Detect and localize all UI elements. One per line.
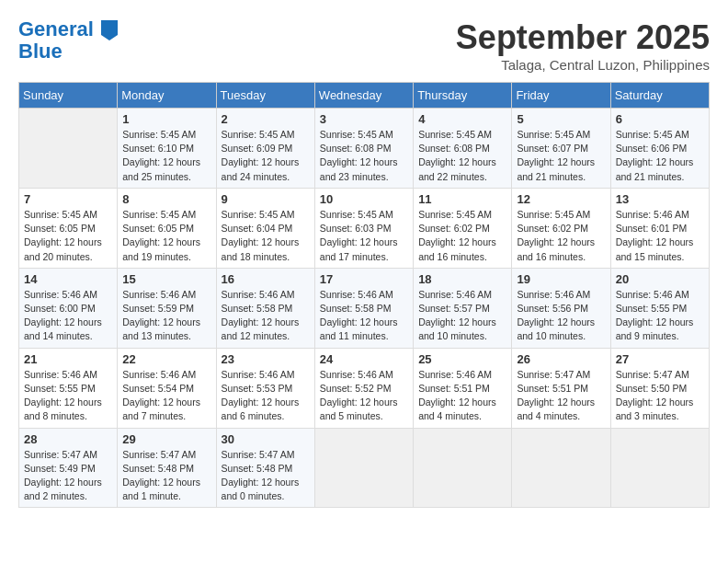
day-info: Sunrise: 5:47 AM Sunset: 5:50 PM Dayligh… xyxy=(616,368,704,424)
day-number: 12 xyxy=(517,192,605,206)
day-info: Sunrise: 5:45 AM Sunset: 6:04 PM Dayligh… xyxy=(222,208,310,264)
day-number: 22 xyxy=(122,352,210,366)
day-info: Sunrise: 5:45 AM Sunset: 6:08 PM Dayligh… xyxy=(418,128,506,184)
weekday-header-row: SundayMondayTuesdayWednesdayThursdayFrid… xyxy=(19,83,710,109)
day-info: Sunrise: 5:45 AM Sunset: 6:02 PM Dayligh… xyxy=(517,208,605,264)
location: Talaga, Central Luzon, Philippines xyxy=(456,57,710,73)
logo-icon xyxy=(101,20,118,40)
calendar-cell: 3Sunrise: 5:45 AM Sunset: 6:08 PM Daylig… xyxy=(314,109,413,189)
calendar-week-row: 28Sunrise: 5:47 AM Sunset: 5:49 PM Dayli… xyxy=(19,428,710,508)
calendar-cell: 7Sunrise: 5:45 AM Sunset: 6:05 PM Daylig… xyxy=(19,188,118,268)
calendar-cell xyxy=(512,428,610,508)
day-number: 10 xyxy=(320,192,408,206)
day-info: Sunrise: 5:45 AM Sunset: 6:06 PM Dayligh… xyxy=(616,128,704,184)
day-info: Sunrise: 5:46 AM Sunset: 5:53 PM Dayligh… xyxy=(222,368,310,424)
calendar-cell: 1Sunrise: 5:45 AM Sunset: 6:10 PM Daylig… xyxy=(118,109,216,189)
day-number: 21 xyxy=(24,352,112,366)
weekday-header-monday: Monday xyxy=(118,83,216,109)
logo-general: General xyxy=(18,17,94,40)
calendar-cell: 6Sunrise: 5:45 AM Sunset: 6:06 PM Daylig… xyxy=(610,109,709,189)
calendar-table: SundayMondayTuesdayWednesdayThursdayFrid… xyxy=(18,82,710,508)
day-info: Sunrise: 5:45 AM Sunset: 6:10 PM Dayligh… xyxy=(122,128,210,184)
day-number: 29 xyxy=(122,432,210,446)
day-info: Sunrise: 5:46 AM Sunset: 5:52 PM Dayligh… xyxy=(320,368,408,424)
day-info: Sunrise: 5:46 AM Sunset: 5:54 PM Dayligh… xyxy=(122,368,210,424)
day-info: Sunrise: 5:46 AM Sunset: 5:55 PM Dayligh… xyxy=(616,288,704,344)
calendar-cell: 11Sunrise: 5:45 AM Sunset: 6:02 PM Dayli… xyxy=(414,188,512,268)
calendar-cell: 5Sunrise: 5:45 AM Sunset: 6:07 PM Daylig… xyxy=(512,109,610,189)
logo-blue: Blue xyxy=(18,40,63,63)
day-info: Sunrise: 5:46 AM Sunset: 5:58 PM Dayligh… xyxy=(222,288,310,344)
calendar-cell: 27Sunrise: 5:47 AM Sunset: 5:50 PM Dayli… xyxy=(610,348,709,428)
day-number: 3 xyxy=(320,112,408,126)
day-info: Sunrise: 5:45 AM Sunset: 6:09 PM Dayligh… xyxy=(222,128,310,184)
calendar-cell: 19Sunrise: 5:46 AM Sunset: 5:56 PM Dayli… xyxy=(512,268,610,348)
day-number: 1 xyxy=(122,112,210,126)
day-number: 17 xyxy=(320,272,408,286)
calendar-cell: 14Sunrise: 5:46 AM Sunset: 6:00 PM Dayli… xyxy=(19,268,118,348)
calendar-week-row: 1Sunrise: 5:45 AM Sunset: 6:10 PM Daylig… xyxy=(19,109,710,189)
day-number: 24 xyxy=(320,352,408,366)
day-number: 13 xyxy=(616,192,704,206)
calendar-cell: 2Sunrise: 5:45 AM Sunset: 6:09 PM Daylig… xyxy=(216,109,314,189)
calendar-cell: 29Sunrise: 5:47 AM Sunset: 5:48 PM Dayli… xyxy=(118,428,216,508)
calendar-cell: 10Sunrise: 5:45 AM Sunset: 6:03 PM Dayli… xyxy=(314,188,413,268)
day-info: Sunrise: 5:45 AM Sunset: 6:08 PM Dayligh… xyxy=(320,128,408,184)
calendar-cell: 12Sunrise: 5:45 AM Sunset: 6:02 PM Dayli… xyxy=(512,188,610,268)
day-number: 16 xyxy=(222,272,310,286)
day-info: Sunrise: 5:46 AM Sunset: 5:58 PM Dayligh… xyxy=(320,288,408,344)
day-number: 5 xyxy=(517,112,605,126)
day-info: Sunrise: 5:46 AM Sunset: 5:57 PM Dayligh… xyxy=(418,288,506,344)
day-number: 28 xyxy=(24,432,112,446)
calendar-cell: 17Sunrise: 5:46 AM Sunset: 5:58 PM Dayli… xyxy=(314,268,413,348)
day-info: Sunrise: 5:46 AM Sunset: 5:55 PM Dayligh… xyxy=(24,368,112,424)
day-number: 9 xyxy=(222,192,310,206)
calendar-week-row: 21Sunrise: 5:46 AM Sunset: 5:55 PM Dayli… xyxy=(19,348,710,428)
calendar-cell: 22Sunrise: 5:46 AM Sunset: 5:54 PM Dayli… xyxy=(118,348,216,428)
day-info: Sunrise: 5:46 AM Sunset: 5:59 PM Dayligh… xyxy=(122,288,210,344)
calendar-cell xyxy=(19,109,118,189)
calendar-cell: 4Sunrise: 5:45 AM Sunset: 6:08 PM Daylig… xyxy=(414,109,512,189)
day-number: 20 xyxy=(616,272,704,286)
day-info: Sunrise: 5:46 AM Sunset: 5:56 PM Dayligh… xyxy=(517,288,605,344)
day-number: 19 xyxy=(517,272,605,286)
day-number: 26 xyxy=(517,352,605,366)
calendar-cell: 26Sunrise: 5:47 AM Sunset: 5:51 PM Dayli… xyxy=(512,348,610,428)
calendar-cell: 21Sunrise: 5:46 AM Sunset: 5:55 PM Dayli… xyxy=(19,348,118,428)
day-number: 6 xyxy=(616,112,704,126)
calendar-cell: 9Sunrise: 5:45 AM Sunset: 6:04 PM Daylig… xyxy=(216,188,314,268)
svg-marker-0 xyxy=(101,20,118,40)
day-number: 18 xyxy=(418,272,506,286)
day-number: 11 xyxy=(418,192,506,206)
day-number: 25 xyxy=(418,352,506,366)
day-info: Sunrise: 5:45 AM Sunset: 6:05 PM Dayligh… xyxy=(122,208,210,264)
day-number: 14 xyxy=(24,272,112,286)
calendar-cell: 28Sunrise: 5:47 AM Sunset: 5:49 PM Dayli… xyxy=(19,428,118,508)
day-info: Sunrise: 5:45 AM Sunset: 6:02 PM Dayligh… xyxy=(418,208,506,264)
day-number: 15 xyxy=(122,272,210,286)
logo: General Blue xyxy=(18,18,118,63)
weekday-header-sunday: Sunday xyxy=(19,83,118,109)
day-number: 2 xyxy=(222,112,310,126)
day-number: 7 xyxy=(24,192,112,206)
calendar-week-row: 7Sunrise: 5:45 AM Sunset: 6:05 PM Daylig… xyxy=(19,188,710,268)
weekday-header-saturday: Saturday xyxy=(610,83,709,109)
calendar-cell: 20Sunrise: 5:46 AM Sunset: 5:55 PM Dayli… xyxy=(610,268,709,348)
weekday-header-wednesday: Wednesday xyxy=(314,83,413,109)
month-title: September 2025 xyxy=(456,18,710,57)
day-info: Sunrise: 5:47 AM Sunset: 5:51 PM Dayligh… xyxy=(517,368,605,424)
page-header: General Blue September 2025 Talaga, Cent… xyxy=(18,18,710,73)
calendar-cell: 8Sunrise: 5:45 AM Sunset: 6:05 PM Daylig… xyxy=(118,188,216,268)
calendar-cell: 24Sunrise: 5:46 AM Sunset: 5:52 PM Dayli… xyxy=(314,348,413,428)
weekday-header-friday: Friday xyxy=(512,83,610,109)
calendar-cell: 15Sunrise: 5:46 AM Sunset: 5:59 PM Dayli… xyxy=(118,268,216,348)
day-info: Sunrise: 5:45 AM Sunset: 6:07 PM Dayligh… xyxy=(517,128,605,184)
weekday-header-tuesday: Tuesday xyxy=(216,83,314,109)
calendar-cell: 18Sunrise: 5:46 AM Sunset: 5:57 PM Dayli… xyxy=(414,268,512,348)
day-number: 8 xyxy=(122,192,210,206)
calendar-cell: 16Sunrise: 5:46 AM Sunset: 5:58 PM Dayli… xyxy=(216,268,314,348)
day-info: Sunrise: 5:45 AM Sunset: 6:03 PM Dayligh… xyxy=(320,208,408,264)
weekday-header-thursday: Thursday xyxy=(414,83,512,109)
calendar-cell xyxy=(610,428,709,508)
calendar-cell xyxy=(314,428,413,508)
